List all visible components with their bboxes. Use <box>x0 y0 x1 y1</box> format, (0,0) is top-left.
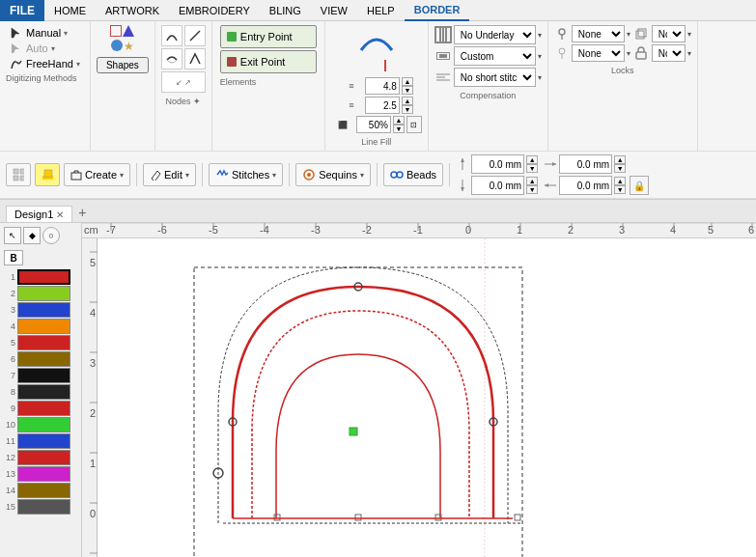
coord-x1-input[interactable] <box>471 154 524 174</box>
tab-close-btn[interactable]: ✕ <box>56 209 64 220</box>
node-curve-btn[interactable] <box>161 25 182 46</box>
custom-row: Custom ▾ <box>434 46 542 66</box>
density-row: ≡ ▲ ▼ <box>340 77 413 95</box>
color-swatch-12[interactable] <box>17 450 70 465</box>
lock-none2-select[interactable]: None <box>572 44 625 62</box>
short-stitch-select[interactable]: No short stitch <box>454 68 536 87</box>
design1-tab[interactable]: Design1 ✕ <box>6 206 72 222</box>
svg-marker-32 <box>545 183 548 187</box>
create-btn[interactable]: Create ▾ <box>64 163 130 186</box>
density-spinner: ▲ ▼ <box>402 77 413 95</box>
svg-rect-18 <box>44 170 52 177</box>
edit-btn[interactable]: Edit ▾ <box>143 163 196 186</box>
no-underlay-row: No Underlay ▾ <box>434 25 542 44</box>
menu-embroidery[interactable]: EMBROIDERY <box>169 0 260 21</box>
manual-btn[interactable]: Manual ▾ <box>6 25 84 41</box>
lock-knot-icon <box>554 26 570 42</box>
color-swatch-8[interactable] <box>17 384 70 400</box>
toolbar-area: Manual ▾ Auto ▾ FreeHand ▾ Digitizing Me… <box>0 21 756 200</box>
color-swatch-11[interactable] <box>17 433 70 449</box>
new-tab-btn[interactable]: + <box>72 203 92 222</box>
density-down[interactable]: ▼ <box>402 86 413 95</box>
freehand-icon <box>10 57 23 70</box>
color-swatch-10[interactable] <box>17 417 70 432</box>
no-underlay-select[interactable]: No Underlay <box>454 25 536 44</box>
svg-rect-14 <box>20 169 24 174</box>
menu-border[interactable]: BORDER <box>405 0 470 21</box>
freehand-btn[interactable]: FreeHand ▾ <box>6 56 84 71</box>
coord-x2-down[interactable]: ▼ <box>614 164 626 173</box>
lasso-tool[interactable]: ○ <box>42 227 60 244</box>
spacing-input[interactable] <box>365 97 400 114</box>
lock-no1-select[interactable]: No <box>652 25 686 42</box>
color-swatch-7[interactable] <box>17 368 70 383</box>
color-swatch-14[interactable] <box>17 483 70 498</box>
node-tool[interactable]: ◆ <box>23 227 41 244</box>
coord-y2-input[interactable] <box>559 176 612 195</box>
color-num-4: 4 <box>4 321 15 331</box>
node-sym-btn[interactable] <box>161 48 182 70</box>
svg-text:0: 0 <box>465 224 471 236</box>
density-input[interactable] <box>365 77 400 95</box>
color-swatch-13[interactable] <box>17 466 70 482</box>
percent-up[interactable]: ▲ <box>393 116 405 125</box>
node-line-btn[interactable] <box>184 25 206 46</box>
lock-none3-select[interactable]: None <box>652 44 686 62</box>
color-swatch-9[interactable] <box>17 401 70 416</box>
grid-btn[interactable] <box>6 163 31 186</box>
stitches-btn[interactable]: Stitches ▾ <box>209 163 283 186</box>
shapes-group: ★ Shapes <box>91 21 155 151</box>
menu-bling[interactable]: BLING <box>260 0 311 21</box>
auto-btn[interactable]: Auto ▾ <box>6 41 84 56</box>
b-badge[interactable]: B <box>4 250 23 265</box>
pointer-tool[interactable]: ↖ <box>4 227 21 244</box>
color-swatch-1[interactable] <box>17 269 70 285</box>
shapes-icon: ★ <box>110 25 134 53</box>
sequins-icon <box>302 168 316 181</box>
menu-artwork[interactable]: ARTWORK <box>96 0 169 21</box>
lock-coords-btn[interactable]: 🔒 <box>630 176 649 195</box>
menu-help[interactable]: HELP <box>357 0 405 21</box>
beads-btn[interactable]: Beads <box>383 163 443 186</box>
node-cusp-btn[interactable] <box>184 48 206 70</box>
entry-point-btn[interactable]: Entry Point <box>220 25 317 48</box>
coord-x2-up[interactable]: ▲ <box>614 155 626 164</box>
coord-x1-down[interactable]: ▼ <box>526 164 538 173</box>
menu-home[interactable]: HOME <box>44 0 96 21</box>
color-swatch-6[interactable] <box>17 351 70 367</box>
coord-y2-up[interactable]: ▲ <box>614 177 626 185</box>
color-row-6: 6 <box>4 351 77 367</box>
color-swatch-5[interactable] <box>17 335 70 350</box>
file-menu[interactable]: FILE <box>0 0 44 21</box>
linefill-extra-btn[interactable]: ⊡ <box>406 116 422 133</box>
svg-text:1: 1 <box>517 224 522 236</box>
coord-x1-up[interactable]: ▲ <box>526 155 538 164</box>
exit-point-btn[interactable]: Exit Point <box>220 50 317 73</box>
density-up[interactable]: ▲ <box>402 77 413 86</box>
coord-y2-down[interactable]: ▼ <box>614 185 626 194</box>
tab-label: Design1 <box>14 209 53 220</box>
node-retract-btn[interactable]: ↙ ↗ <box>161 71 206 93</box>
spacing-up[interactable]: ▲ <box>402 97 413 105</box>
highlight-btn[interactable] <box>35 163 60 186</box>
percent-down[interactable]: ▼ <box>393 125 405 133</box>
shapes-button[interactable]: Shapes <box>97 57 149 73</box>
menu-view[interactable]: VIEW <box>311 0 357 21</box>
color-swatch-2[interactable] <box>17 286 70 301</box>
percent-spinner: ▲ ▼ <box>393 116 405 133</box>
svg-rect-87 <box>350 428 357 435</box>
color-swatch-3[interactable] <box>17 302 70 318</box>
main-area: ↖ ◆ ○ B 1 2 3 4 <box>0 223 756 557</box>
color-swatch-4[interactable] <box>17 319 70 334</box>
custom-select[interactable]: Custom <box>454 46 536 66</box>
coord-y1-input[interactable] <box>471 176 524 195</box>
spacing-down[interactable]: ▼ <box>402 105 413 114</box>
color-swatch-15[interactable] <box>17 499 70 515</box>
coord-y1-up[interactable]: ▲ <box>526 177 538 185</box>
color-panel: ↖ ◆ ○ B 1 2 3 4 <box>0 223 82 557</box>
sequins-btn[interactable]: Sequins ▾ <box>295 163 371 186</box>
percent-input[interactable] <box>356 116 391 133</box>
lock-none1-select[interactable]: None <box>572 25 625 42</box>
coord-x2-input[interactable] <box>559 154 612 174</box>
coord-y1-down[interactable]: ▼ <box>526 185 538 194</box>
